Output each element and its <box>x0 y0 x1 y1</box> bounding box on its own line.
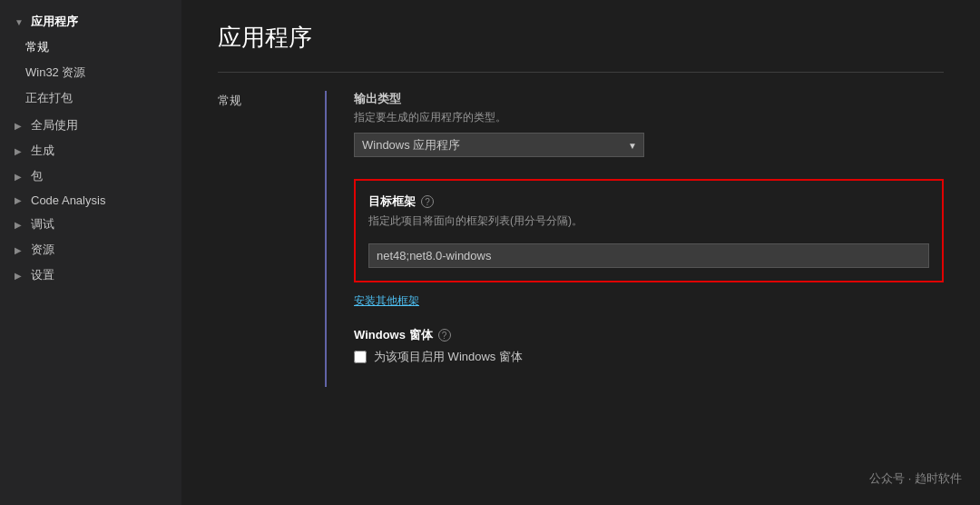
output-type-group: 输出类型 指定要生成的应用程序的类型。 Windows 应用程序 控制台应用程序… <box>354 91 944 157</box>
arrow-icon-global: ▶ <box>15 121 27 131</box>
divider <box>218 72 944 73</box>
sidebar-item-packing-label: 正在打包 <box>25 90 73 106</box>
watermark: 公众号 · 趋时软件 <box>869 470 962 487</box>
output-type-select[interactable]: Windows 应用程序 控制台应用程序 类库 <box>354 133 644 157</box>
sidebar-item-packing[interactable]: 正在打包 <box>0 85 181 111</box>
arrow-icon-build: ▶ <box>15 146 27 156</box>
sidebar-item-general[interactable]: 常规 <box>0 35 181 60</box>
windows-window-checkbox-row: 为该项目启用 Windows 窗体 <box>354 349 944 365</box>
sidebar-item-build-label: 生成 <box>31 143 54 159</box>
target-framework-label-row: 目标框架 ? <box>368 193 929 210</box>
content-layout: 常规 输出类型 指定要生成的应用程序的类型。 Windows 应用程序 控制台应… <box>218 91 944 387</box>
windows-window-group: Windows 窗体 ? 为该项目启用 Windows 窗体 <box>354 327 944 365</box>
sidebar-item-resources-label: 资源 <box>31 242 54 258</box>
sidebar-item-resources[interactable]: ▶ 资源 <box>0 237 181 262</box>
main-content: 应用程序 常规 输出类型 指定要生成的应用程序的类型。 Windows 应用程序… <box>181 0 980 505</box>
sidebar-item-codeanalysis[interactable]: ▶ Code Analysis <box>0 189 181 212</box>
sidebar-section-app: ▼ 应用程序 常规 Win32 资源 正在打包 <box>0 7 181 113</box>
windows-window-label-row: Windows 窗体 ? <box>354 327 944 343</box>
target-framework-input[interactable] <box>368 243 929 268</box>
target-framework-description: 指定此项目将面向的框架列表(用分号分隔)。 <box>368 213 929 229</box>
target-framework-label: 目标框架 <box>368 193 416 210</box>
page-title: 应用程序 <box>218 22 944 54</box>
sidebar-item-win32[interactable]: Win32 资源 <box>0 60 181 85</box>
sidebar-item-global-label: 全局使用 <box>31 117 78 134</box>
output-type-label: 输出类型 <box>354 91 944 107</box>
sidebar-item-debug-label: 调试 <box>31 216 54 233</box>
sidebar-item-global[interactable]: ▶ 全局使用 <box>0 113 181 138</box>
sidebar-item-debug[interactable]: ▶ 调试 <box>0 212 181 237</box>
arrow-icon-settings: ▶ <box>15 271 27 281</box>
sidebar-item-build[interactable]: ▶ 生成 <box>0 138 181 163</box>
windows-window-label: Windows 窗体 <box>354 327 433 343</box>
arrow-icon-package: ▶ <box>15 172 27 182</box>
arrow-icon-resources: ▶ <box>15 245 27 255</box>
windows-window-checkbox[interactable] <box>354 351 367 363</box>
output-type-select-wrapper: Windows 应用程序 控制台应用程序 类库 ▼ <box>354 133 644 157</box>
sidebar-item-settings-label: 设置 <box>31 267 54 283</box>
sidebar-item-app[interactable]: ▼ 应用程序 <box>0 9 181 35</box>
section-content: 输出类型 指定要生成的应用程序的类型。 Windows 应用程序 控制台应用程序… <box>327 91 944 387</box>
windows-window-checkbox-label: 为该项目启用 Windows 窗体 <box>374 349 523 365</box>
arrow-icon: ▼ <box>15 17 27 27</box>
target-framework-highlight-box: 目标框架 ? 指定此项目将面向的框架列表(用分号分隔)。 <box>354 179 944 282</box>
sidebar-item-app-label: 应用程序 <box>31 14 78 30</box>
arrow-icon-debug: ▶ <box>15 220 27 230</box>
windows-window-help-icon[interactable]: ? <box>438 329 451 342</box>
sidebar: ▼ 应用程序 常规 Win32 资源 正在打包 ▶ 全局使用 ▶ 生成 ▶ 包 … <box>0 0 181 505</box>
output-type-description: 指定要生成的应用程序的类型。 <box>354 110 944 125</box>
sidebar-item-general-label: 常规 <box>25 39 49 55</box>
sidebar-item-package-label: 包 <box>31 168 43 184</box>
sidebar-item-settings[interactable]: ▶ 设置 <box>0 262 181 288</box>
sidebar-item-codeanalysis-label: Code Analysis <box>31 193 105 207</box>
install-frameworks-link[interactable]: 安装其他框架 <box>354 293 419 309</box>
section-label: 常规 <box>218 91 327 387</box>
target-framework-help-icon[interactable]: ? <box>421 195 434 208</box>
arrow-icon-codeanalysis: ▶ <box>15 195 27 205</box>
sidebar-item-package[interactable]: ▶ 包 <box>0 163 181 189</box>
sidebar-item-win32-label: Win32 资源 <box>25 64 85 81</box>
